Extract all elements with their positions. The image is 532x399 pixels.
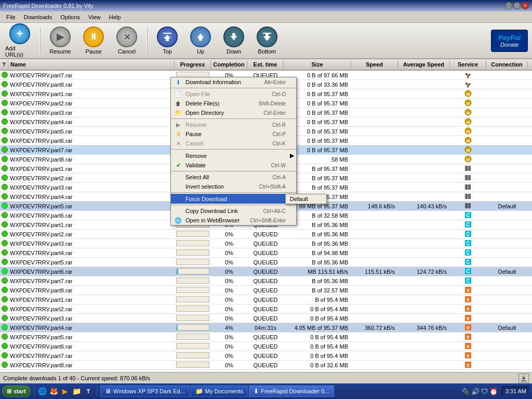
tray-security[interactable]: 🛡 [481,388,488,395]
row-q [0,81,8,89]
ctx-open-file: 📄 Open File Ctrl-O [171,89,296,99]
col-header-name[interactable]: Name [8,60,175,69]
row-name-text: WXPDEV7RRV.part6.rar [10,269,72,275]
text-icon[interactable]: T [83,386,94,396]
col-header-speed[interactable]: Speed [351,60,398,69]
row-esttime: QUEUED [247,296,284,303]
menu-file[interactable]: File [2,13,20,21]
downloads-icon[interactable] [518,374,529,383]
pause-button[interactable]: ⏸ Pause [78,24,109,57]
media-icon[interactable]: ▶ [60,386,71,396]
col-header-connection[interactable]: Connection [486,60,528,69]
ctx-select-all[interactable]: Select All Ctrl-A [171,172,296,182]
ctx-open-browser[interactable]: 🌐 Open in WebBrowser Ctrl+Shift-Enter [171,216,296,225]
bottom-button[interactable]: Bottom [251,24,283,57]
ie-icon[interactable]: 🌐 [37,386,48,396]
table-row[interactable]: WXPDEV7RRV.part6.rar 0% QUEUED 0 B of 95… [0,342,532,351]
ctx-pause[interactable]: ⏸ Pause Ctrl-P [171,129,296,139]
row-name: WXPDEV7RRV.part7.rar [8,352,175,360]
taskbar-clock[interactable]: 3:31 AM [502,387,530,396]
table-row[interactable]: WXPDEV7RRV.part7.rar 0% QUEUED B of 95.3… [0,276,532,286]
ctx-force-default[interactable]: Default [286,194,326,204]
tray-volume[interactable]: 🔊 [471,388,480,395]
menu-view[interactable]: View [84,13,105,21]
table-row[interactable]: WXPDEV7RRV.part5.rar 0% QUEUED 0 B of 95… [0,332,532,342]
table-row[interactable]: WXPDEV7RRV.part3.rar 0% QUEUED 0 B of 95… [0,314,532,323]
table-row[interactable]: WXPDEV7RRV.part3.rar 0% QUEUED B of 95.3… [0,239,532,248]
minimize-button[interactable]: _ [505,2,512,9]
ctx-remove[interactable]: Remove ▶ [171,151,296,161]
tray-network[interactable]: 🔌 [461,388,470,395]
remove-icon [174,152,182,160]
table-row[interactable]: WXPDEV7RRV.part4.rar 4% 04m:31s 4.05 MB … [0,323,532,332]
task-winxp[interactable]: 🖥 Windows XP SP3 Dark Ed... [100,385,190,397]
menu-options[interactable]: Options [56,13,84,21]
row-progress [175,230,211,238]
row-name: WXPDEV7RRV.part5.rar [8,128,175,135]
row-q [0,211,8,220]
table-row[interactable]: WXPDEV7RRV.part2.rar 0% QUEUED 0 B of 95… [0,304,532,314]
delete-icon: 🗑 [174,99,182,108]
firefox-icon[interactable]: 🦊 [49,386,59,396]
cancel-label: Cancel [118,48,136,55]
ctx-copy-link[interactable]: Copy Download Link Ctrl+Alt-C [171,206,296,216]
ctx-invert-selection[interactable]: Invert selection Ctrl+Shift-A [171,182,296,191]
paypal-button[interactable]: PayPal Donate [491,30,528,52]
maximize-button[interactable]: □ [513,2,521,9]
col-header-esttime[interactable]: Est. time [247,60,284,69]
row-name-text: WXPDEV7RRV.part2.rar [10,231,72,237]
col-header-service[interactable]: Service [450,60,486,69]
table-row[interactable]: WXPDEV7RRV.part2.rar 0% QUEUED B of 95.3… [0,230,532,239]
col-header-avgspeed[interactable]: Average Speed [398,60,450,69]
row-progress [175,305,211,313]
table-row[interactable]: WXPDEV7RRV.part7.rar 0% QUEUED 0 B of 95… [0,351,532,361]
table-row[interactable]: WXPDEV7RRV.part4.rar 0% QUEUED B of 94.9… [0,248,532,258]
up-button[interactable]: Up [185,24,216,57]
row-service: C [450,230,486,239]
toolbar-separator-2 [147,28,148,54]
table-row[interactable]: WXPDEV7RRV.part6.rar 0% QUEUED MB 115.51… [0,267,532,276]
top-button[interactable]: Top [152,24,183,57]
ctx-download-info[interactable]: ℹ Download Information Alt+Enter [171,77,296,87]
col-header-q[interactable]: ? [0,60,8,69]
cancel-button[interactable]: ✕ Cancel [111,24,142,57]
row-progress [175,277,211,285]
row-q [0,230,8,238]
filemanager-icon[interactable]: 📁 [72,386,82,396]
table-row[interactable]: WXPDEV7RRV.part8.rar 0% QUEUED 0 B of 32… [0,361,532,370]
down-button[interactable]: Down [218,24,249,57]
row-connection [486,252,528,254]
row-service [450,192,486,202]
col-header-size[interactable]: Size [284,60,351,69]
row-esttime: QUEUED [247,305,284,313]
resume-button[interactable]: ▶ Resume [45,24,76,57]
close-button[interactable]: × [522,2,529,9]
row-avgspeed [398,178,450,179]
col-header-progress[interactable]: Progress [175,60,211,69]
row-avgspeed [398,122,450,123]
table-row[interactable]: WXPDEV7RRV.part5.rar 0% QUEUED B of 95.3… [0,258,532,267]
ctx-validate[interactable]: ✔ Validate Ctrl-W [171,161,296,170]
table-row[interactable]: WXPDEV7RRV.part1.rar 0% QUEUED B of 95.4… [0,295,532,304]
row-service: M [450,155,486,164]
ctx-resume: ▶ Resume Ctrl-R [171,120,296,129]
ctx-force-download[interactable]: Force Download ▶ Default [171,194,296,204]
resume-ctx-icon: ▶ [174,121,182,129]
row-size: B of 95.36 MB [284,277,351,285]
add-urls-button[interactable]: + Add URL(s) [4,21,35,60]
svg-rect-34 [469,194,470,199]
task-mydocs[interactable]: 📁 My Documents [191,385,248,397]
row-name-text: WXPDEV7RRV.part4.rar [10,325,72,331]
menu-help[interactable]: Help [105,13,125,21]
tray-clock-icon[interactable]: ⏰ [489,388,498,395]
start-button[interactable]: ⊞start [2,385,31,397]
row-q [0,174,8,182]
menu-downloads[interactable]: Downloads [20,13,56,21]
col-header-completion[interactable]: Completion [211,60,247,69]
ctx-delete-files[interactable]: 🗑 Delete File(s) Shift-Delete [171,99,296,108]
bottom-label: Bottom [258,48,276,55]
task-frd[interactable]: ⬇ FreeRapid Downloader 0... [249,385,334,397]
ctx-open-dir[interactable]: 📁 Open Directory Ctrl-Enter [171,108,296,117]
pause-label: Pause [85,48,101,55]
table-row[interactable]: WXPDEV7RRV.part8.rar 0% QUEUED B of 32.5… [0,286,532,295]
